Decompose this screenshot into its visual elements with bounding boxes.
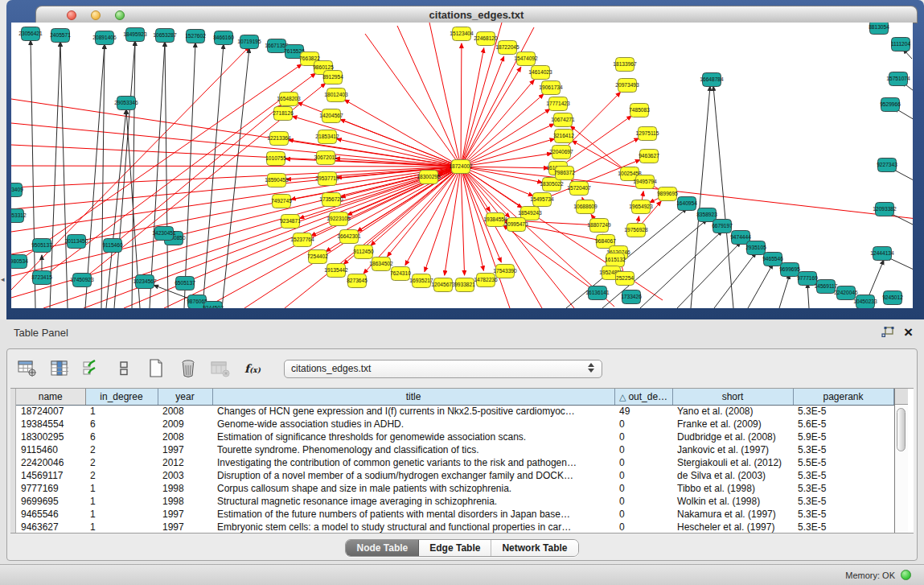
table-cell[interactable]: 6 [85, 418, 158, 431]
graph-node[interactable]: 10674271 [551, 113, 575, 127]
graph-node[interactable]: 18634502 [369, 257, 393, 271]
table-cell[interactable]: 1998 [158, 495, 212, 508]
graph-node[interactable]: 19384554 [483, 213, 507, 227]
graph-node[interactable]: 9933821 [454, 278, 475, 292]
graph-node[interactable]: 9112450 [353, 245, 374, 259]
graph-node[interactable]: 29053346 [114, 97, 138, 110]
graph-node[interactable]: 8912954 [322, 71, 343, 84]
graph-node[interactable]: 7986372 [554, 167, 575, 180]
table-cell[interactable]: 5.3E-5 [793, 405, 893, 418]
graph-node[interactable]: 16642301 [337, 230, 361, 244]
graph-node[interactable]: 19756928 [624, 224, 648, 237]
table-cell[interactable]: 22420046 [16, 456, 85, 469]
graph-node[interactable]: 15495734 [530, 193, 554, 207]
table-cell[interactable]: 2009 [158, 418, 212, 431]
graph-node[interactable]: 10234567 [133, 275, 157, 289]
graph-node[interactable]: 18300295 [417, 171, 441, 184]
import-table-disabled-icon[interactable] [210, 358, 231, 379]
graph-node[interactable]: 22420046 [834, 286, 858, 300]
graph-node[interactable]: 10653287 [153, 29, 177, 43]
graph-node[interactable]: 12093382 [873, 203, 897, 216]
graph-node[interactable]: 8723415 [31, 271, 52, 285]
graph-node[interactable]: 1733409 [11, 183, 23, 197]
graph-node[interactable]: 7254402 [307, 250, 328, 264]
graph-node[interactable]: 19495794 [633, 175, 657, 189]
graph-node[interactable]: 16136141 [585, 286, 610, 300]
graph-node[interactable]: 7492745 [271, 195, 292, 208]
graph-node[interactable]: 20973493 [615, 79, 639, 93]
network-window-titlebar[interactable]: citations_edges.txt [35, 6, 918, 23]
table-cell[interactable]: Tibbo et al. (1998) [672, 482, 793, 495]
table-cell[interactable]: 14569117 [16, 469, 85, 482]
table-cell[interactable]: 9463627 [16, 521, 85, 534]
table-cell[interactable]: Yano et al. (2008) [672, 405, 793, 418]
graph-node[interactable]: 22468120 [474, 32, 498, 46]
table-cell[interactable]: 0 [614, 469, 672, 482]
graph-node[interactable]: 2405571 [50, 29, 71, 43]
table-cell[interactable]: 1998 [158, 482, 212, 495]
graph-node[interactable]: 1615132 [605, 253, 626, 267]
graph-node[interactable]: 14614023 [528, 66, 552, 80]
table-cell[interactable]: 1 [85, 521, 158, 534]
table-source-select[interactable]: citations_edges.txt [284, 360, 602, 378]
row-select-icon[interactable] [81, 358, 102, 379]
graph-node[interactable]: 18807249 [587, 219, 611, 233]
table-cell[interactable]: 0 [614, 508, 672, 521]
graph-node[interactable]: 29537719 [315, 172, 339, 186]
graph-node[interactable]: 16648784 [700, 73, 724, 87]
column-header-in_degree[interactable]: in_degree [85, 389, 158, 405]
table-cell[interactable]: Hescheler et al. (1997) [672, 521, 793, 534]
table-cell[interactable]: de Silva et al. (2003) [672, 469, 793, 482]
table-mode-icon[interactable] [113, 358, 134, 379]
graph-node[interactable]: 19654923 [629, 200, 653, 214]
table-row[interactable]: 1456911722003Disruption of a novel membe… [16, 469, 893, 482]
column-header-out_de[interactable]: △out_de… [614, 389, 672, 405]
graph-node[interactable]: 9463627 [639, 150, 659, 163]
graph-node[interactable]: 15474092 [514, 52, 538, 66]
graph-node[interactable]: 17771423 [546, 97, 570, 111]
table-cell[interactable]: Disruption of a novel member of a sodium… [212, 469, 614, 482]
graph-node[interactable]: 10688609 [573, 200, 598, 214]
graph-node[interactable]: 22040697 [549, 146, 573, 159]
panel-collapse-arrow-icon[interactable]: ◂ [1, 275, 5, 283]
table-cell[interactable]: 1997 [158, 443, 212, 456]
graph-node[interactable]: 7485083 [629, 104, 650, 117]
table-cell[interactable]: 0 [614, 431, 672, 443]
table-cell[interactable]: 19384554 [16, 418, 85, 431]
table-row[interactable]: 946554611997Estimation of the future num… [16, 508, 893, 521]
graph-node[interactable]: 1640954 [676, 197, 697, 211]
graph-node[interactable]: 17450923 [70, 274, 94, 287]
table-cell[interactable]: 0 [614, 482, 672, 495]
table-cell[interactable]: Estimation of the future numbers of pati… [212, 508, 614, 521]
table-cell[interactable]: 2 [85, 443, 158, 456]
column-header-name[interactable]: name [16, 389, 85, 405]
graph-node[interactable]: 1733426 [621, 290, 642, 304]
graph-node[interactable]: 18722045 [495, 41, 519, 55]
table-cell[interactable]: 5.3E-5 [793, 495, 893, 508]
table-row[interactable]: 946362711997Embryonic stem cells: a mode… [16, 521, 893, 534]
graph-node[interactable]: 21853412 [315, 130, 339, 144]
table-row[interactable]: 977716911998Corpus callosum shape and si… [16, 482, 893, 495]
graph-node[interactable]: 18724007 [449, 160, 473, 174]
graph-node[interactable]: 6679197 [712, 220, 733, 233]
graph-node[interactable]: 8466160 [213, 31, 234, 45]
table-cell[interactable]: 5.3E-5 [793, 508, 893, 521]
table-cell[interactable]: 49 [614, 405, 672, 418]
table-cell[interactable]: 5.3E-5 [793, 443, 893, 456]
column-header-title[interactable]: title [212, 389, 614, 405]
table-cell[interactable]: 2 [85, 456, 158, 469]
table-cell[interactable]: 2 [85, 469, 158, 482]
zoom-window-button[interactable] [115, 10, 125, 20]
table-cell[interactable]: 1 [85, 482, 158, 495]
graph-node[interactable]: 14204567 [319, 109, 343, 123]
table-row[interactable]: 1938455462009Genome-wide association stu… [16, 418, 893, 431]
table-cell[interactable]: 1997 [158, 521, 212, 534]
table-cell[interactable]: Dudbridge et al. (2008) [672, 431, 793, 443]
table-cell[interactable]: Franke et al. (2009) [672, 418, 793, 431]
table-cell[interactable]: Corpus callosum shape and size in male p… [212, 482, 614, 495]
table-cell[interactable]: Jankovic et al. (1997) [672, 443, 793, 456]
table-cell[interactable]: 0 [614, 456, 672, 469]
graph-node[interactable]: 14782236 [474, 274, 498, 287]
table-cell[interactable]: 1 [85, 508, 158, 521]
graph-node[interactable]: 1980534 [11, 255, 28, 269]
